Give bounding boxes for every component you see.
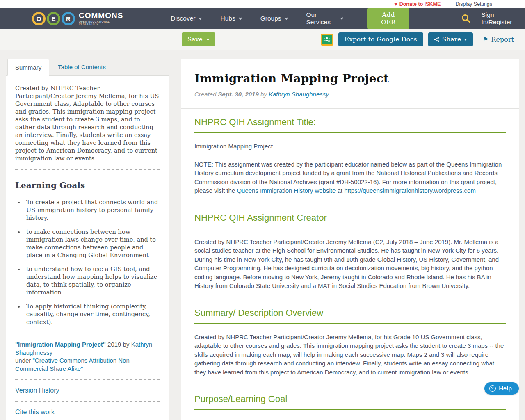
divider [15, 169, 160, 170]
logo-ring-r: R [62, 12, 75, 25]
learning-goal-item: To apply historical thinking (complexity… [24, 303, 160, 326]
byline: Created Sept. 30, 2019 by Kathryn Shaugh… [194, 91, 506, 98]
chevron-down-icon [284, 16, 288, 19]
caret-down-icon [464, 39, 467, 41]
page-content: Summary Table of Contents Created by NHP… [0, 50, 525, 420]
logo-ring-o: O [32, 12, 46, 25]
nav-groups[interactable]: Groups [260, 15, 288, 22]
learning-goal-item: to make connections between how immigrat… [24, 228, 160, 259]
google-classroom-button[interactable] [321, 34, 333, 46]
report-link[interactable]: ⚑Report [483, 36, 514, 43]
divider [15, 401, 160, 402]
learning-goals-heading: Learning Goals [15, 180, 160, 190]
nav-our-services[interactable]: Our Services [306, 11, 343, 26]
display-settings-link[interactable]: Display Settings [455, 1, 492, 7]
flag-icon: ⚑ [483, 36, 488, 43]
sign-in-register-link[interactable]: Sign In/Register [481, 11, 525, 26]
note-paragraph: NOTE: This assignment was created by the… [194, 160, 506, 195]
section-assignment-creator: NHPRC QIH Assignment Creator Created by … [194, 212, 506, 290]
chevron-down-icon [238, 16, 242, 19]
byline-author-link[interactable]: Kathryn Shaughnessy [269, 91, 329, 98]
top-strip: ♥Donate to ISKME Display Settings [0, 0, 525, 8]
creator-bio-text: Created by NHPRC Teacher Participant/Cre… [194, 237, 506, 290]
heart-icon: ♥ [394, 1, 397, 7]
share-icon [434, 37, 439, 42]
nav-discover[interactable]: Discover [171, 15, 201, 22]
divider [15, 333, 160, 333]
divider [15, 379, 160, 380]
license-link[interactable]: "Creative Commons Attribution Non-Commer… [15, 357, 132, 372]
logo-ring-e: E [47, 12, 60, 25]
section-heading: Summary/ Description Overview [194, 308, 506, 324]
search-button[interactable] [461, 14, 470, 23]
sidebar: Summary Table of Contents Created by NHP… [6, 59, 169, 420]
add-oer-button[interactable]: Add OER [368, 8, 409, 29]
learning-goal-item: to understand how to use a GIS tool, and… [24, 265, 160, 297]
export-google-docs-button[interactable]: Export to Google Docs [338, 32, 423, 46]
assignment-title-text: Immigration Mapping Project [194, 142, 506, 151]
qih-website-link[interactable]: Queens Immigration History website [237, 187, 336, 194]
share-button[interactable]: Share [428, 32, 473, 46]
page-title: Immigration Mapping Project [194, 72, 506, 85]
learning-goal-item: To create a project that connects world … [24, 199, 160, 222]
logo-subtitle: OPEN EDUCATIONAL RESOURCES [79, 21, 126, 26]
tab-table-of-contents[interactable]: Table of Contents [49, 59, 114, 75]
chevron-down-icon [199, 16, 202, 19]
caret-down-icon [206, 39, 210, 41]
nav-hubs[interactable]: Hubs [220, 15, 241, 22]
section-heading: NHPRC QIH Assignment Creator [194, 212, 506, 228]
search-icon [461, 14, 470, 23]
resource-main: Immigration Mapping Project Created Sept… [181, 59, 519, 420]
chevron-down-icon [340, 16, 344, 19]
logo-title: COMMONS [79, 11, 126, 19]
qih-url-link[interactable]: https://queensimmigrationhistory.wordpre… [344, 187, 476, 194]
version-history-link[interactable]: Version History [15, 387, 160, 394]
summary-panel: Created by NHPRC Teacher Participant/Cre… [6, 75, 169, 420]
resource-title-link[interactable]: "Immigration Mapping Project" [15, 341, 106, 348]
google-classroom-icon [323, 36, 331, 43]
section-summary-overview: Summary/ Description Overview Created by… [194, 308, 506, 377]
tab-summary[interactable]: Summary [7, 59, 49, 76]
sidebar-tabs: Summary Table of Contents [7, 59, 169, 75]
resource-header: Immigration Mapping Project Created Sept… [181, 59, 519, 109]
section-heading: NHPRC QIH Assignment Title: [194, 117, 506, 133]
summary-overview-text: Created by NHPRC Teacher Participant/Cre… [194, 333, 506, 377]
resource-description: Created by NHPRC Teacher Participant/Cre… [15, 84, 160, 162]
site-header: O E R COMMONS OPEN EDUCATIONAL RESOURCES… [0, 8, 525, 29]
section-purpose-learning-goal: Purpose/Learning Goal To apply historica… [194, 394, 506, 420]
attribution-block: "Immigration Mapping Project" 2019 by Ka… [15, 340, 160, 372]
question-mark-icon: ? [489, 385, 496, 392]
help-button[interactable]: ? Help [484, 382, 519, 395]
logo-rings: O E R [32, 12, 75, 25]
donate-link[interactable]: ♥Donate to ISKME [394, 1, 441, 7]
oer-commons-logo[interactable]: O E R COMMONS OPEN EDUCATIONAL RESOURCES [32, 11, 126, 26]
learning-goals-list: To create a project that connects world … [24, 199, 160, 326]
main-nav: Discover Hubs Groups Our Services [171, 11, 343, 26]
save-button[interactable]: Save [182, 32, 215, 46]
section-assignment-title: NHPRC QIH Assignment Title: Immigration … [194, 117, 506, 195]
created-date: Sept. 30, 2019 [218, 91, 259, 98]
section-heading: Purpose/Learning Goal [194, 394, 506, 410]
resource-toolbar: Save Export to Google Docs Share ⚑Report [0, 29, 525, 50]
cite-this-work-link[interactable]: Cite this work [15, 409, 160, 416]
